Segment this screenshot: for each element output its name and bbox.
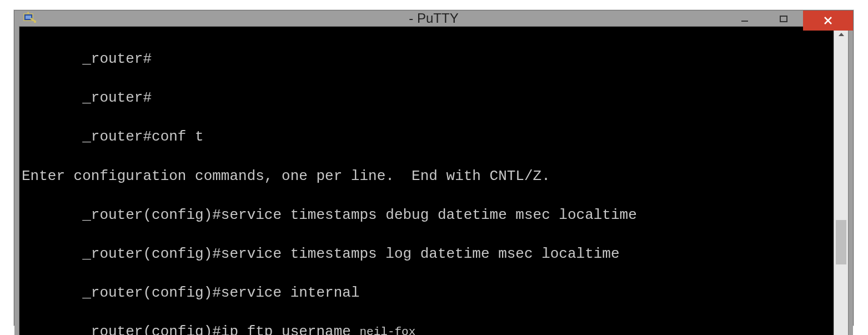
terminal-line: ip ftp username xyxy=(221,323,360,335)
scroll-thumb[interactable] xyxy=(836,220,846,264)
terminal-prompt: _router(config)# xyxy=(82,207,221,223)
terminal-output[interactable]: _router# _router# _router#conf t Enter c… xyxy=(19,27,834,335)
terminal-container: _router# _router# _router#conf t Enter c… xyxy=(14,26,853,335)
scroll-track[interactable] xyxy=(834,42,848,335)
redacted-username: neil-fox xyxy=(359,324,415,335)
terminal-prompt: _router# xyxy=(82,128,152,145)
scrollbar[interactable] xyxy=(834,27,848,335)
svg-point-2 xyxy=(34,21,36,23)
terminal-prompt: _router(config)# xyxy=(82,246,221,262)
terminal-line: service timestamps debug datetime msec l… xyxy=(221,207,637,223)
terminal-line: service timestamps log datetime msec loc… xyxy=(221,246,620,262)
window-buttons xyxy=(725,11,853,33)
terminal-frame: _router# _router# _router#conf t Enter c… xyxy=(19,26,849,335)
terminal-line: conf t xyxy=(152,128,204,145)
minimize-button[interactable] xyxy=(725,11,764,28)
titlebar[interactable]: - PuTTY xyxy=(14,11,853,26)
terminal-line: _router# xyxy=(82,89,152,106)
terminal-line: _router# xyxy=(82,51,152,67)
svg-rect-1 xyxy=(26,16,31,19)
putty-window: - PuTTY _router# _router# _router#conf t… xyxy=(14,10,854,326)
terminal-prompt: _router(config)# xyxy=(82,323,221,335)
close-button[interactable] xyxy=(803,11,853,31)
terminal-line: service internal xyxy=(221,284,360,301)
putty-icon xyxy=(22,11,38,26)
svg-rect-4 xyxy=(780,16,787,22)
maximize-button[interactable] xyxy=(764,11,803,28)
terminal-line: Enter configuration commands, one per li… xyxy=(22,168,550,184)
window-title: - PuTTY xyxy=(409,11,458,26)
terminal-prompt: _router(config)# xyxy=(82,284,221,301)
